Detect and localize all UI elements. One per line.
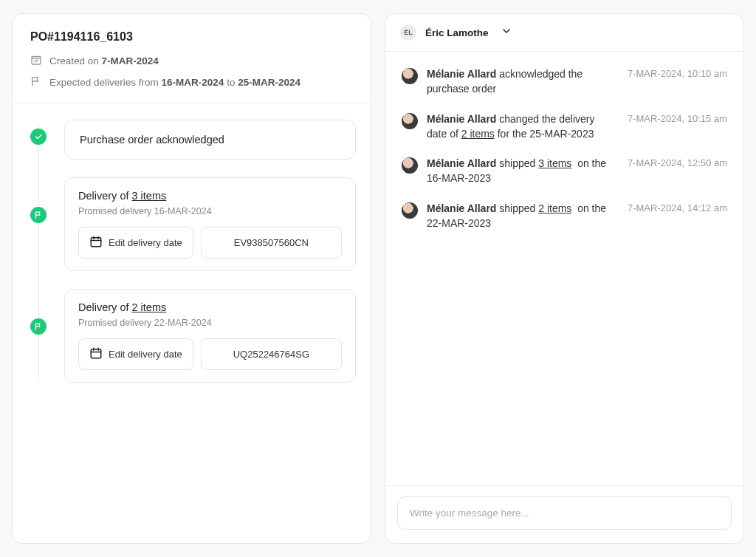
edit-delivery-date-button[interactable]: Edit delivery date — [78, 227, 193, 259]
check-icon — [30, 129, 47, 145]
timeline-item-delivery-1: Delivery of 3 items Promised delivery 16… — [30, 177, 356, 271]
activity-timestamp: 7-MAR-2024, 12:50 am — [628, 157, 727, 168]
user-name: Éric Lamothe — [425, 27, 489, 38]
expected-from: 16-MAR-2024 — [162, 77, 224, 88]
tracking-number-button[interactable]: EV938507560CN — [201, 227, 342, 259]
activity-text: Mélanie Allard shipped 2 items on the 22… — [427, 201, 611, 231]
po-title: PO#1194116_6103 — [30, 30, 353, 44]
flag-icon — [30, 75, 42, 89]
avatar — [402, 157, 418, 174]
calendar-icon — [89, 235, 103, 250]
delivery-2-sub: Promised delivery 22-MAR-2024 — [78, 318, 342, 328]
ack-title: Purchase order acknowledged — [80, 134, 340, 146]
expected-label-mid: to — [227, 77, 235, 88]
activity-timestamp: 7-MAR-2024, 10:15 am — [628, 113, 727, 124]
po-header: PO#1194116_6103 Created on 7-MAR-2024 Ex… — [13, 14, 371, 103]
activity-row: Mélanie Allard changed the delivery date… — [402, 112, 727, 142]
activity-items-link[interactable]: 3 items — [538, 157, 571, 169]
activity-text: Mélanie Allard changed the delivery date… — [427, 112, 611, 142]
activity-text: Mélanie Allard acknowledged the purchase… — [427, 66, 611, 97]
chevron-down-icon[interactable] — [501, 25, 512, 40]
activity-text: Mélanie Allard shipped 3 items on the 16… — [427, 156, 611, 186]
activity-row: Mélanie Allard shipped 3 items on the 16… — [402, 156, 727, 186]
avatar — [402, 202, 418, 219]
svg-rect-0 — [32, 56, 41, 64]
activity-panel: ÉL Éric Lamothe Mélanie Allard acknowled… — [385, 13, 744, 544]
expected-label-pre: Expected deliveries from — [49, 77, 159, 88]
delivery-1-title: Delivery of 3 items — [78, 190, 342, 202]
timeline-item-delivery-2: Delivery of 2 items Promised delivery 22… — [30, 289, 356, 383]
calendar-icon — [89, 346, 103, 362]
timeline: Purchase order acknowledged Delivery of … — [13, 103, 371, 543]
calendar-check-icon — [30, 54, 42, 68]
activity-list: Mélanie Allard acknowledged the purchase… — [385, 52, 743, 485]
timeline-item-ack: Purchase order acknowledged — [30, 120, 356, 160]
svg-rect-1 — [91, 238, 101, 247]
purchase-order-panel: PO#1194116_6103 Created on 7-MAR-2024 Ex… — [12, 13, 371, 544]
created-date: 7-MAR-2024 — [102, 55, 159, 66]
ack-card: Purchase order acknowledged — [64, 120, 356, 160]
flag-icon — [30, 318, 47, 335]
tracking-number-button[interactable]: UQ252246764SG — [201, 338, 342, 370]
delivery-1-sub: Promised delivery 16-MAR-2024 — [78, 206, 342, 216]
activity-header: ÉL Éric Lamothe — [385, 14, 743, 52]
activity-timestamp: 7-MAR-2024, 14:12 am — [628, 202, 727, 213]
avatar — [402, 113, 418, 129]
created-label: Created on — [49, 55, 99, 66]
activity-items-link[interactable]: 2 items — [461, 128, 495, 140]
svg-rect-2 — [91, 349, 101, 358]
edit-delivery-date-button[interactable]: Edit delivery date — [78, 338, 193, 370]
activity-items-link[interactable]: 2 items — [538, 202, 571, 214]
message-input[interactable] — [397, 496, 732, 530]
activity-timestamp: 7-MAR-2024, 10:10 am — [628, 68, 727, 79]
delivery-1-items-link[interactable]: 3 items — [132, 190, 167, 202]
delivery-card-2: Delivery of 2 items Promised delivery 22… — [64, 289, 356, 383]
delivery-2-items-link[interactable]: 2 items — [132, 301, 167, 313]
activity-row: Mélanie Allard acknowledged the purchase… — [402, 66, 727, 97]
expected-to: 25-MAR-2024 — [238, 77, 300, 88]
flag-icon — [30, 207, 47, 223]
expected-deliveries-row: Expected deliveries from 16-MAR-2024 to … — [30, 75, 353, 89]
created-on-row: Created on 7-MAR-2024 — [30, 54, 353, 68]
message-composer — [385, 485, 743, 543]
activity-row: Mélanie Allard shipped 2 items on the 22… — [402, 201, 727, 231]
delivery-card-1: Delivery of 3 items Promised delivery 16… — [64, 177, 356, 271]
user-avatar: ÉL — [400, 24, 416, 41]
delivery-2-title: Delivery of 2 items — [78, 301, 342, 313]
avatar — [402, 68, 418, 84]
